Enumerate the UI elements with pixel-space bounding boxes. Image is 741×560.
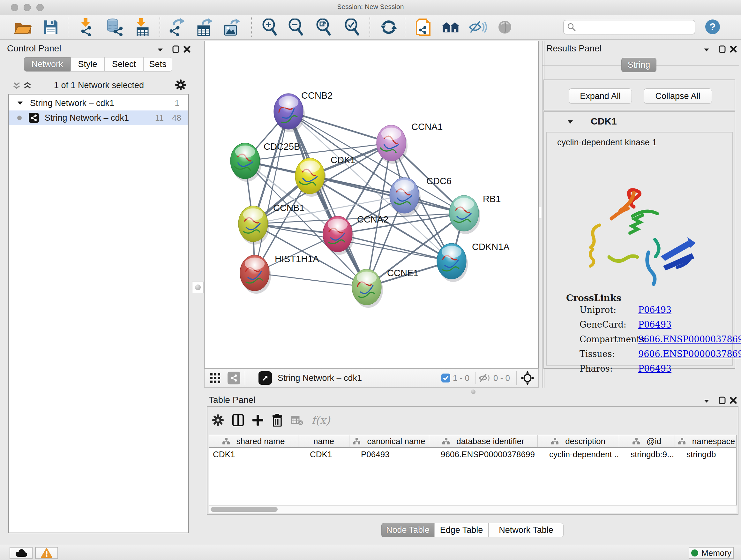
- cell-namespace[interactable]: stringdb: [675, 448, 737, 461]
- zoom-selected-button[interactable]: [343, 18, 361, 36]
- control-panel-collapse-button[interactable]: [157, 48, 163, 52]
- table-row[interactable]: CDK1 CDK1 P06493 9606.ENSP00000378699 cy…: [209, 448, 736, 461]
- gene-collapse-button[interactable]: [567, 120, 574, 124]
- network-node-RB1[interactable]: RB1: [449, 194, 501, 234]
- export-image-button[interactable]: [223, 18, 241, 36]
- open-session-button[interactable]: [14, 18, 32, 36]
- network-collection-row[interactable]: String Network – cdk1 1: [9, 96, 188, 111]
- string-network-graph[interactable]: CCNB2CCNA1CDC25BCDK1CDC6RB1CCNB1CCNA2CDK…: [205, 41, 538, 368]
- function-builder-button-disabled: f(x): [312, 414, 330, 427]
- export-network-button[interactable]: [167, 18, 185, 36]
- delete-table-button-disabled: [291, 415, 303, 425]
- zoom-fit-button[interactable]: [315, 18, 333, 36]
- tab-network-table[interactable]: Network Table: [488, 523, 563, 537]
- tab-style[interactable]: Style: [71, 57, 105, 71]
- tab-select[interactable]: Select: [105, 57, 143, 71]
- expand-all-button[interactable]: Expand All: [569, 88, 632, 104]
- crosslink-link[interactable]: 9606.ENSP00000378699: [638, 349, 741, 359]
- results-panel-float-button[interactable]: [719, 45, 726, 53]
- collapse-all-button[interactable]: Collapse All: [644, 88, 712, 104]
- network-node-CDC25B[interactable]: CDC25B: [230, 141, 300, 182]
- warnings-button[interactable]: [35, 547, 58, 559]
- expand-all-networks-button[interactable]: [23, 82, 32, 90]
- table-options-gear-button[interactable]: [212, 414, 224, 426]
- delete-column-trash-button[interactable]: [272, 414, 283, 427]
- network-node-CDK1[interactable]: CDK1: [295, 155, 355, 197]
- column-header-description[interactable]: description: [538, 435, 619, 447]
- network-node-CCNA2[interactable]: CCNA2: [323, 214, 388, 255]
- tab-network[interactable]: Network: [24, 57, 71, 71]
- detach-view-button[interactable]: [259, 371, 272, 385]
- cell-id[interactable]: stringdb:9...: [619, 448, 675, 461]
- birdseye-view-button[interactable]: [521, 371, 535, 385]
- string-home-button[interactable]: [442, 18, 460, 36]
- help-button[interactable]: ?: [705, 19, 720, 34]
- search-input[interactable]: [579, 22, 685, 32]
- network-panel-options-button[interactable]: [175, 79, 186, 91]
- zoom-in-button[interactable]: [261, 18, 279, 36]
- column-header-canonical-name[interactable]: canonical name: [349, 435, 429, 447]
- network-edge[interactable]: [255, 111, 288, 273]
- crosslink-link[interactable]: P06493: [638, 305, 671, 315]
- results-panel-close-button[interactable]: [730, 45, 737, 53]
- network-row-selected[interactable]: String Network – cdk1 11 48: [9, 111, 188, 125]
- results-panel-collapse-button[interactable]: [703, 48, 710, 52]
- tab-string-results[interactable]: String: [621, 58, 657, 72]
- show-columns-button[interactable]: [232, 414, 244, 426]
- table-horizontal-scrollbar[interactable]: [209, 505, 737, 513]
- collapse-all-networks-button[interactable]: [12, 82, 21, 90]
- zoom-out-button[interactable]: [287, 18, 305, 36]
- results-splitter-line[interactable]: [542, 41, 542, 388]
- network-edge[interactable]: [255, 273, 367, 287]
- import-network-database-button[interactable]: [106, 18, 124, 36]
- control-panel-float-button[interactable]: [172, 45, 179, 53]
- tree-expand-icon[interactable]: [17, 101, 23, 105]
- cloud-status-button[interactable]: [10, 547, 32, 559]
- crosslink-link[interactable]: P06493: [638, 320, 671, 329]
- selected-checkbox[interactable]: [441, 374, 450, 382]
- network-node-CDC6[interactable]: CDC6: [390, 176, 452, 216]
- table-panel-float-button[interactable]: [719, 396, 726, 404]
- enhance-visibility-button[interactable]: [469, 18, 487, 36]
- column-header-name[interactable]: name: [298, 435, 349, 447]
- collapse-all-label: Collapse All: [655, 91, 700, 101]
- export-table-button[interactable]: [195, 18, 213, 36]
- table-panel-collapse-button[interactable]: [703, 399, 710, 403]
- cell-shared-name[interactable]: CDK1: [209, 448, 298, 461]
- toolbar-separator: [251, 17, 252, 37]
- grid-view-button[interactable]: [210, 373, 220, 383]
- network-thumbnail-button[interactable]: [227, 372, 240, 384]
- column-header-database-identifier[interactable]: database identifier: [429, 435, 538, 447]
- save-session-button[interactable]: [42, 18, 60, 36]
- cell-name[interactable]: CDK1: [298, 448, 349, 461]
- network-canvas[interactable]: CCNB2CCNA1CDC25BCDK1CDC6RB1CCNB1CCNA2CDK…: [204, 41, 539, 368]
- tab-sets[interactable]: Sets: [143, 57, 172, 71]
- tab-node-table[interactable]: Node Table: [381, 523, 434, 537]
- save-floppy-icon: [43, 19, 59, 35]
- cell-canonical-name[interactable]: P06493: [349, 448, 429, 461]
- tab-edge-table[interactable]: Edge Table: [434, 523, 488, 537]
- column-header-namespace[interactable]: namespace: [675, 435, 737, 447]
- scrollbar-thumb[interactable]: [211, 507, 278, 512]
- memory-button[interactable]: Memory: [689, 547, 734, 559]
- left-splitter-handle[interactable]: [192, 282, 204, 293]
- refresh-view-button[interactable]: [380, 18, 398, 36]
- string-protein-query-button[interactable]: [414, 18, 432, 36]
- cell-description[interactable]: cyclin-dependent ...: [538, 448, 619, 461]
- crosslink-link[interactable]: 9606.ENSP00000378699: [638, 334, 741, 344]
- horizontal-splitter-dot[interactable]: [471, 389, 475, 394]
- network-node-CCNB2[interactable]: CCNB2: [274, 90, 333, 132]
- network-node-HIST1H1A[interactable]: HIST1H1A: [240, 254, 319, 294]
- column-header-shared-name[interactable]: shared name: [209, 435, 298, 447]
- add-column-button[interactable]: [252, 414, 264, 426]
- tab-sets-label: Sets: [149, 59, 166, 69]
- import-table-file-button[interactable]: [133, 18, 151, 36]
- network-node-CDKN1A[interactable]: CDKN1A: [437, 242, 510, 282]
- import-network-file-button[interactable]: [78, 18, 96, 36]
- control-panel-close-button[interactable]: [183, 45, 191, 53]
- table-panel-close-button[interactable]: [730, 396, 737, 404]
- network-node-CCNA1[interactable]: CCNA1: [377, 122, 443, 164]
- column-header-id[interactable]: @id: [619, 435, 675, 447]
- crosslink-link[interactable]: P06493: [638, 364, 671, 374]
- cell-database-identifier[interactable]: 9606.ENSP00000378699: [429, 448, 538, 461]
